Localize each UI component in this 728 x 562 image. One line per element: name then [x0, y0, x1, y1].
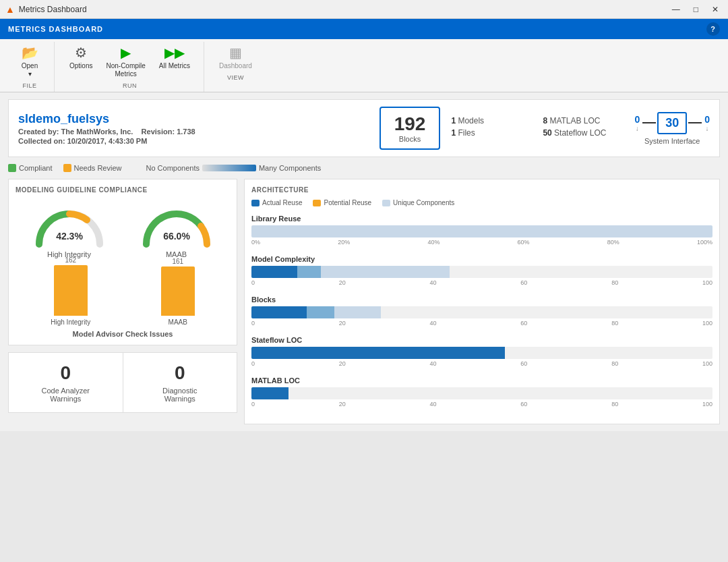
run-group-label: RUN: [123, 82, 137, 89]
code-analyzer-warning: 0 Code AnalyzerWarnings: [9, 353, 123, 412]
run-group: ⚙ Options ▶ Non-CompileMetrics ▶▶ All Me…: [56, 42, 204, 92]
view-group: ▦ Dashboard VIEW: [206, 42, 266, 92]
close-button[interactable]: ✕: [708, 5, 723, 14]
maab-gauge: 66.0% MAAB: [140, 200, 214, 258]
model-complexity-chart: Model Complexity 020406080100: [251, 255, 712, 286]
bar-chart-label: Model Advisor Check Issues: [16, 330, 230, 338]
noncompile-button[interactable]: ▶ Non-CompileMetrics: [100, 42, 150, 81]
library-reuse-chart: Library Reuse 0%20%40%60%80%100%: [251, 215, 712, 246]
options-button[interactable]: ⚙ Options: [64, 42, 98, 81]
model-complexity-axis: 020406080100: [251, 279, 712, 286]
model-complexity-label: Model Complexity: [251, 255, 712, 263]
blocks-chart-label: Blocks: [251, 296, 712, 304]
si-main-value: 30: [657, 112, 687, 134]
actual-reuse-legend: Actual Reuse: [251, 199, 302, 206]
files-metric: 1 Files: [451, 128, 532, 138]
unique-components-dot: [382, 200, 390, 206]
dashboard-button[interactable]: ▦ Dashboard: [214, 42, 257, 73]
blocks-value: 192: [394, 113, 426, 135]
right-panel: ARCHITECTURE Actual Reuse Potential Reus…: [244, 179, 720, 424]
header-info: sldemo_fuelsys Created by: The MathWorks…: [8, 99, 720, 157]
potential-reuse-dot: [313, 200, 321, 206]
main-content: sldemo_fuelsys Created by: The MathWorks…: [0, 92, 728, 431]
no-components-label: No Components: [146, 164, 200, 172]
stateflow-chart-label: Stateflow LOC: [251, 336, 712, 344]
ribbon-title: METRICS DASHBOARD: [8, 25, 103, 33]
project-info: sldemo_fuelsys Created by: The MathWorks…: [18, 112, 369, 145]
si-label: System Interface: [634, 137, 710, 145]
model-complexity-dark: [251, 266, 297, 278]
window-controls: — □ ✕: [668, 5, 723, 14]
view-buttons: ▦ Dashboard: [214, 42, 257, 73]
view-group-label: VIEW: [227, 74, 244, 81]
code-analyzer-value: 0: [16, 362, 116, 384]
file-buttons: 📂 Open▾: [13, 42, 46, 81]
library-reuse-unique: [251, 225, 712, 237]
bar-chart: 162 High Integrity 161 MAAB: [16, 265, 230, 326]
diagnostic-warning: 0 DiagnosticWarnings: [123, 353, 237, 412]
allmetrics-label: All Metrics: [159, 62, 190, 70]
compliance-title: MODELING GUIDELINE COMPLIANCE: [16, 186, 230, 194]
architecture-panel: ARCHITECTURE Actual Reuse Potential Reus…: [244, 179, 720, 424]
project-created-by: Created by: The MathWorks, Inc. Revision…: [18, 128, 369, 136]
needs-review-dot: [63, 164, 71, 172]
models-metric: 1 Models: [451, 116, 532, 125]
code-analyzer-label: Code AnalyzerWarnings: [16, 387, 116, 403]
allmetrics-button[interactable]: ▶▶ All Metrics: [154, 42, 195, 81]
window-title: Metrics Dashboard: [19, 5, 668, 14]
allmetrics-icon: ▶▶: [164, 45, 185, 61]
minimize-button[interactable]: —: [668, 5, 684, 14]
model-file-metrics: 1 Models 1 Files: [451, 116, 532, 140]
model-complexity-bar: 020406080100: [251, 266, 712, 286]
stateflow-chart: Stateflow LOC 020406080100: [251, 336, 712, 367]
blocks-label: Blocks: [394, 135, 426, 143]
unique-components-legend: Unique Components: [382, 199, 454, 206]
high-integrity-bar-label: High Integrity: [51, 318, 90, 326]
system-interface: 0 ↓ 30 0 ↓: [634, 112, 710, 134]
needs-review-label: Needs Review: [74, 164, 122, 172]
blocks-bar: 020406080100: [251, 306, 712, 327]
project-name: sldemo_fuelsys: [18, 112, 369, 126]
noncompile-label: Non-CompileMetrics: [106, 62, 145, 78]
file-group-label: FILE: [22, 82, 36, 89]
compliant-legend: Compliant: [8, 164, 53, 172]
help-button[interactable]: ?: [706, 22, 720, 36]
actual-reuse-dot: [251, 200, 260, 206]
si-out-value: 0: [704, 114, 710, 125]
compliant-dot: [8, 164, 16, 172]
potential-reuse-legend: Potential Reuse: [313, 199, 371, 206]
stateflow-dark: [251, 347, 505, 359]
ribbon-toolbar: 📂 Open▾ FILE ⚙ Options ▶ Non-CompileMetr…: [0, 39, 728, 92]
maab-bar-value: 161: [172, 258, 183, 265]
stateflow-bar: 020406080100: [251, 347, 712, 367]
title-bar: ▲ Metrics Dashboard — □ ✕: [0, 0, 728, 19]
noncompile-icon: ▶: [121, 45, 131, 61]
run-buttons: ⚙ Options ▶ Non-CompileMetrics ▶▶ All Me…: [64, 42, 195, 81]
library-reuse-label: Library Reuse: [251, 215, 712, 223]
legend-bar: Compliant Needs Review No Components Man…: [8, 164, 720, 172]
library-reuse-bar: 0%20%40%60%80%100%: [251, 225, 712, 246]
maab-bar-label: MAAB: [169, 318, 187, 326]
system-interface-container: 0 ↓ 30 0 ↓ System Interface: [634, 112, 710, 145]
options-label: Options: [69, 62, 92, 70]
unique-components-label: Unique Components: [393, 199, 454, 206]
actual-reuse-label: Actual Reuse: [262, 199, 302, 206]
matlab-chart-label: MATLAB LOC: [251, 376, 712, 385]
warnings-panel: 0 Code AnalyzerWarnings 0 DiagnosticWarn…: [8, 352, 237, 413]
many-components-label: Many Components: [259, 164, 321, 172]
scale-legend: No Components Many Components: [146, 164, 321, 172]
open-button[interactable]: 📂 Open▾: [13, 42, 46, 81]
blocks-light: [334, 306, 380, 318]
blocks-metric: 192 Blocks: [380, 107, 441, 150]
options-icon: ⚙: [75, 45, 87, 61]
open-icon: 📂: [22, 45, 38, 61]
open-label: Open▾: [22, 62, 38, 78]
gauges-row: 42.3% High Integrity 66.: [16, 200, 230, 258]
blocks-mid: [307, 306, 334, 318]
stateflow-axis: 020406080100: [251, 360, 712, 367]
high-integrity-bar: [54, 265, 88, 316]
blocks-chart: Blocks 020406080100: [251, 296, 712, 327]
maximize-button[interactable]: □: [690, 5, 702, 14]
ribbon-header: METRICS DASHBOARD ?: [0, 19, 728, 39]
stateflow-loc: 50 Stateflow LOC: [543, 128, 624, 138]
